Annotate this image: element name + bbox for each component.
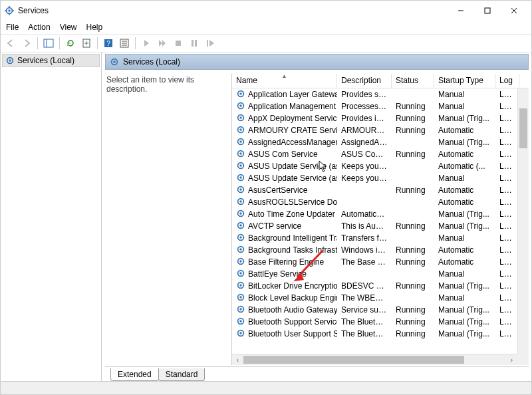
menu-help[interactable]: Help [86,23,103,32]
menu-file[interactable]: File [6,23,19,32]
column-status[interactable]: Status [392,74,434,88]
service-logon: Loca [495,148,519,161]
back-button[interactable] [3,36,18,51]
service-startup-type: Manual (Trig... [434,279,495,293]
service-logon: Loca [495,243,519,257]
svg-point-46 [239,200,242,203]
column-description[interactable]: Description [337,74,392,88]
service-startup-type: Automatic (... [434,160,495,173]
service-logon: Loca [495,279,519,293]
service-logon: Loca [495,124,519,137]
svg-point-60 [239,284,242,287]
service-startup-type: Automatic [434,148,495,161]
pane-banner: Services (Local) [105,54,529,70]
service-status: Running [392,255,434,269]
tree-item-label: Services (Local) [17,56,74,65]
service-logon: Loca [495,255,519,269]
svg-point-44 [239,188,242,191]
svg-point-52 [239,236,242,239]
svg-point-36 [239,140,242,143]
minimize-button[interactable] [448,1,474,20]
svg-point-40 [239,164,242,167]
service-name: Application Management [248,102,336,111]
service-description: Processes in... [337,100,392,113]
tab-standard[interactable]: Standard [158,368,205,381]
menu-action[interactable]: Action [28,23,50,32]
properties-button[interactable] [117,36,132,51]
service-description [337,188,392,192]
service-description: Keeps your ... [337,172,392,185]
menu-view[interactable]: View [60,23,77,32]
svg-point-66 [239,320,242,323]
start-service-button[interactable] [139,36,154,51]
svg-point-42 [239,176,242,179]
export-list-button[interactable] [79,36,94,51]
service-name: ARMOURY CRATE Service [248,126,337,135]
service-startup-type: Manual (Trig... [434,315,495,329]
help-button[interactable]: ? [101,36,116,51]
service-name: BattlEye Service [248,269,307,279]
service-status: Running [392,184,434,197]
service-name: AVCTP service [248,221,301,231]
start-service-all-button[interactable] [155,36,170,51]
service-startup-type: Manual [434,172,495,185]
horizontal-scrollbar-thumb[interactable] [243,356,464,364]
service-status [392,200,434,204]
service-status: Running [392,124,434,137]
show-hide-tree-button[interactable] [41,36,56,51]
service-startup-type: Automatic [434,243,495,257]
svg-point-24 [9,59,11,62]
service-status: Running [392,279,434,293]
service-logon: Loca [495,231,519,245]
tree-item-services-local[interactable]: Services (Local) [2,54,100,67]
service-startup-type: Automatic [434,255,495,269]
service-name: Base Filtering Engine [248,257,324,267]
services-gear-icon [5,56,15,65]
svg-rect-20 [192,40,194,47]
svg-point-56 [239,260,242,263]
refresh-button[interactable] [63,36,78,51]
service-startup-type: Automatic [434,196,495,209]
service-description: Transfers fil... [337,231,392,245]
service-row[interactable]: Bluetooth User Support Ser...The Bluetoo… [232,328,529,340]
toolbar: ? [1,34,531,53]
service-status: Running [392,219,434,233]
service-logon: Loca [495,196,519,209]
svg-point-64 [239,308,242,311]
vertical-scrollbar-thumb[interactable] [519,108,527,148]
scroll-right-icon[interactable]: › [506,356,517,364]
service-startup-type: Manual (Trig... [434,136,495,149]
restart-service-button[interactable] [203,36,217,51]
horizontal-scrollbar[interactable]: ‹ › [232,354,517,365]
service-description [337,272,392,276]
scroll-left-icon[interactable]: ‹ [232,356,243,364]
service-status: Running [392,303,434,317]
forward-button[interactable] [19,36,34,51]
services-gear-icon [110,57,119,66]
service-status [392,272,434,276]
service-description: The Bluetoo... [337,327,392,340]
column-log-on-as[interactable]: Log [495,74,519,88]
svg-rect-21 [195,40,197,47]
service-logon: Loca [495,291,519,305]
column-startup-type[interactable]: Startup Type [434,74,495,88]
maximize-button[interactable] [474,1,501,20]
column-name[interactable]: Name▲ [232,74,337,88]
pause-service-button[interactable] [187,36,201,51]
svg-rect-10 [44,39,53,47]
service-status: Running [392,243,434,257]
service-status [392,140,434,144]
vertical-scrollbar[interactable] [517,88,529,354]
service-description: Automatica... [337,207,392,221]
tab-extended[interactable]: Extended [110,368,159,381]
service-description: The Base Fil... [337,255,392,269]
stop-service-button[interactable] [171,36,186,51]
service-description: This is Audi... [337,219,392,233]
service-logon: Loca [495,219,519,233]
service-description [337,200,392,204]
close-button[interactable] [501,1,527,20]
service-name: Background Intelligent Tran... [248,233,337,243]
svg-point-34 [239,128,242,131]
service-name: AssignedAccessManager Se... [248,138,337,147]
service-name: ASUS Com Service [248,150,318,159]
